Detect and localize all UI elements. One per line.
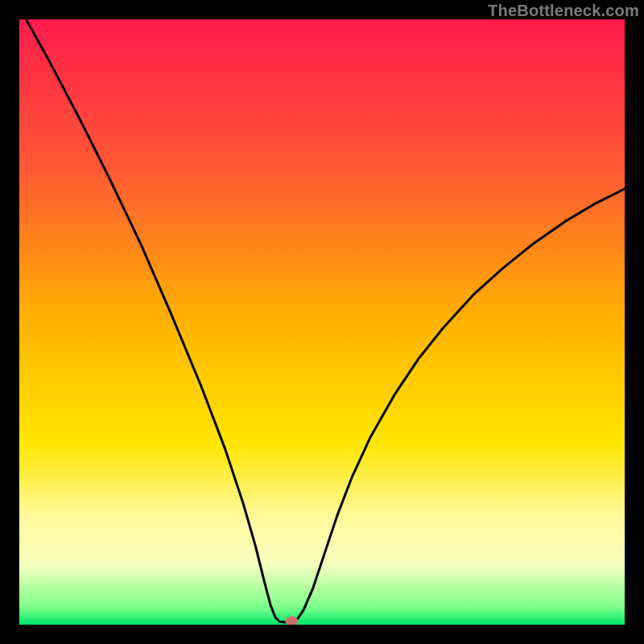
gradient-background xyxy=(19,19,625,625)
bottleneck-chart xyxy=(19,19,625,625)
chart-frame xyxy=(19,19,625,625)
watermark-label: TheBottleneck.com xyxy=(488,2,639,20)
